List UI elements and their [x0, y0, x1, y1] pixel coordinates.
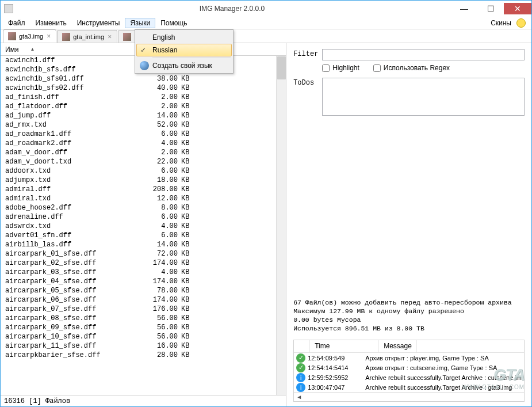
file-size: 56.00 — [137, 314, 178, 322]
log-row[interactable]: ✓12:54:14:5414Архив открыт : cutscene.im… — [294, 363, 524, 372]
file-unit: KB — [181, 259, 195, 267]
log-row[interactable]: i13:00:47:047Archive rebuilt successfull… — [294, 382, 524, 392]
file-row[interactable]: aircarpark_08_sfse.dff56.00KB — [1, 314, 286, 323]
maximize-button[interactable]: ☐ — [477, 3, 504, 14]
file-row[interactable]: adswrdx.txd4.00KB — [1, 222, 286, 231]
file-unit: KB — [181, 213, 195, 221]
file-size: 208.00 — [137, 185, 178, 193]
file-row[interactable]: ad_roadmark2.dff4.00KB — [1, 139, 286, 148]
scrollbar-thumb[interactable] — [277, 56, 286, 79]
minimize-button[interactable]: — — [451, 3, 477, 14]
file-row[interactable]: adam_v_doort.txd22.00KB — [1, 157, 286, 166]
log-scroll-left[interactable]: ◄ — [294, 392, 524, 401]
file-row[interactable]: advert01_sfn.dff6.00KB — [1, 231, 286, 240]
menu-help[interactable]: Помощь — [155, 18, 192, 28]
file-row[interactable]: airbillb_las.dff14.00KB — [1, 240, 286, 249]
file-row[interactable]: admiral.txd12.00KB — [1, 194, 286, 203]
tab-label: gta3.img — [19, 33, 43, 40]
file-name: advert01_sfn.dff — [5, 231, 137, 239]
lang-english[interactable]: English — [136, 31, 232, 44]
file-row[interactable]: aircarpark_10_sfse.dff56.00KB — [1, 332, 286, 341]
file-unit: KB — [181, 139, 195, 147]
file-row[interactable]: aircarpark_11_sfse.dff16.00KB — [1, 341, 286, 351]
file-row[interactable]: aircarpark_04_sfse.dff174.00KB — [1, 277, 286, 286]
tab-bar: gta3.img✕gta_int.img✕✕cutscene.img✕ — [1, 29, 531, 43]
log-body[interactable]: ✓12:54:09:549Архив открыт : player.img, … — [294, 353, 524, 392]
filter-input[interactable] — [322, 49, 525, 60]
file-size: 40.00 — [137, 84, 178, 92]
file-row[interactable]: aircarpark_05_sfse.dff78.00KB — [1, 286, 286, 295]
file-size: 72.00 — [137, 250, 178, 258]
menu-tools[interactable]: Инструменты — [72, 18, 125, 28]
file-unit: KB — [181, 167, 195, 175]
file-row[interactable]: aircarpark_01_sfse.dff72.00KB — [1, 249, 286, 258]
log-col-message[interactable]: Message — [379, 340, 417, 352]
menu-languages[interactable]: Языки — [125, 18, 155, 28]
file-name: ad_finish.dff — [5, 93, 137, 101]
app-window: IMG Manager 2.0.0.0 — ☐ ✕ Файл Изменить … — [0, 0, 532, 407]
file-name: aircarpark_01_sfse.dff — [5, 250, 137, 258]
lang-create[interactable]: Создать свой язык — [136, 59, 232, 72]
smiley-icon[interactable] — [516, 18, 526, 28]
tab-1[interactable]: gta_int.img✕ — [57, 30, 117, 43]
file-name: aircarpark_05_sfse.dff — [5, 287, 137, 295]
check-icon: ✓ — [140, 46, 146, 54]
close-button[interactable]: ✕ — [504, 3, 531, 14]
tab-0[interactable]: gta3.img✕ — [3, 29, 56, 43]
menu-skins[interactable]: Скины — [485, 18, 516, 28]
file-row[interactable]: adrenaline.dff6.00KB — [1, 212, 286, 222]
tab-close-icon[interactable]: ✕ — [108, 34, 112, 40]
log-panel: Time Message ✓12:54:09:549Архив открыт :… — [293, 340, 525, 402]
file-row[interactable]: aircarpkbarier_sfse.dff28.00KB — [1, 351, 286, 360]
file-row[interactable]: acwinch1b_sfs02.dff40.00KB — [1, 83, 286, 93]
info-icon: i — [296, 373, 305, 382]
left-pane: Имя ▲ acwinch1.dffacwinch1b_sfs.dff42.00… — [1, 43, 286, 406]
file-row[interactable]: adobe_hoose2.dff8.00KB — [1, 203, 286, 212]
file-size: 2.00 — [137, 93, 178, 101]
log-message: Архив открыт : cutscene.img, Game Type :… — [365, 364, 522, 371]
log-time: 13:00:47:047 — [308, 384, 365, 391]
file-row[interactable]: acwinch1b_sfs01.dff38.00KB — [1, 74, 286, 83]
menu-edit[interactable]: Изменить — [30, 18, 72, 28]
file-size: 14.00 — [137, 241, 178, 249]
window-controls: — ☐ ✕ — [451, 3, 531, 14]
file-row[interactable]: admiral.dff208.00KB — [1, 185, 286, 194]
log-col-time[interactable]: Time — [310, 340, 379, 352]
file-size: 38.00 — [137, 75, 178, 83]
menu-file[interactable]: Файл — [3, 18, 30, 28]
file-list[interactable]: acwinch1.dffacwinch1b_sfs.dff42.00KBacwi… — [1, 56, 286, 395]
file-row[interactable]: aircarpark_02_sfse.dff174.00KB — [1, 258, 286, 268]
file-name: admiral.dff — [5, 185, 137, 193]
file-row[interactable]: aircarpark_03_sfse.dff4.00KB — [1, 268, 286, 277]
file-row[interactable]: aircarpark_06_sfse.dff174.00KB — [1, 295, 286, 305]
file-size: 4.00 — [137, 222, 178, 230]
file-unit: KB — [181, 75, 195, 83]
log-time: 12:59:52:5952 — [308, 374, 365, 381]
lang-russian[interactable]: ✓Russian — [136, 44, 232, 56]
vertical-scrollbar[interactable] — [276, 56, 286, 395]
log-row[interactable]: ✓12:54:09:549Архив открыт : player.img, … — [294, 353, 524, 363]
file-size: 56.00 — [137, 324, 178, 332]
file-name: acwinch1b_sfs01.dff — [5, 75, 137, 83]
file-row[interactable]: addoorx.txd6.00KB — [1, 166, 286, 176]
file-row[interactable]: ad_flatdoor.dff2.00KB — [1, 102, 286, 111]
file-row[interactable]: aircarpark_09_sfse.dff56.00KB — [1, 323, 286, 332]
file-row[interactable]: ad_roadmark1.dff6.00KB — [1, 130, 286, 139]
todos-textarea[interactable] — [322, 78, 525, 116]
highlight-checkbox[interactable]: Highlight — [322, 64, 359, 72]
file-row[interactable]: adjumpx.txd18.00KB — [1, 176, 286, 185]
file-size: 6.00 — [137, 167, 178, 175]
tab-close-icon[interactable]: ✕ — [47, 33, 51, 39]
regex-checkbox[interactable]: Использовать Regex — [373, 64, 450, 72]
file-name: adam_v_door.dff — [5, 149, 137, 157]
file-row[interactable]: adam_v_door.dff2.00KB — [1, 148, 286, 157]
file-name: aircarpark_03_sfse.dff — [5, 268, 137, 276]
file-row[interactable]: ad_finish.dff2.00KB — [1, 93, 286, 102]
file-unit: KB — [181, 158, 195, 166]
file-name: adobe_hoose2.dff — [5, 204, 137, 212]
log-row[interactable]: i12:59:52:5952Archive rebuilt successful… — [294, 372, 524, 382]
file-row[interactable]: ad_jump.dff14.00KB — [1, 111, 286, 120]
file-row[interactable]: ad_rmx.txd52.00KB — [1, 120, 286, 130]
file-row[interactable]: aircarpark_07_sfse.dff176.00KB — [1, 305, 286, 314]
log-message: Архив открыт : player.img, Game Type : S… — [365, 355, 522, 362]
